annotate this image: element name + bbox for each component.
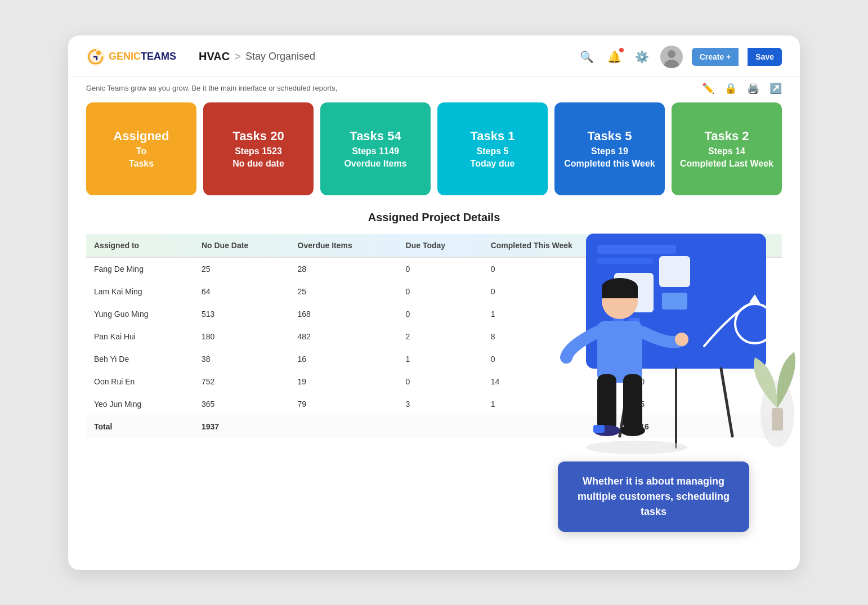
cell-total-due-today <box>398 415 483 438</box>
cell-name: Fang De Ming <box>86 258 194 280</box>
cell-comp-last: 0 <box>632 258 782 280</box>
cell-comp-last: 0 <box>632 370 782 393</box>
card-line3: Completed Last Week <box>680 159 773 169</box>
cell-comp-week: 0 <box>483 258 633 280</box>
card-this-week[interactable]: Tasks 5 Steps 19 Completed this Week <box>554 102 665 195</box>
cell-no-due: 25 <box>194 258 290 280</box>
tooltip-text: Whether it is about managing multiple cu… <box>578 476 730 517</box>
breadcrumb-sub: Stay Organised <box>245 51 315 62</box>
card-line2: Steps 1149 <box>352 146 399 156</box>
table-row: Beh Yi De 38 16 1 0 8 <box>86 348 782 370</box>
cell-overdue: 168 <box>290 303 398 325</box>
notification-badge <box>619 48 624 52</box>
cell-overdue: 28 <box>290 258 398 280</box>
breadcrumb-separator: > <box>234 50 241 63</box>
cell-name: Yung Guo Ming <box>86 303 194 325</box>
card-line1: Tasks 54 <box>350 128 401 145</box>
pencil-icon[interactable]: ✏️ <box>702 82 714 95</box>
svg-point-29 <box>586 441 687 454</box>
cell-comp-last: 2 <box>632 280 782 303</box>
breadcrumb: HVAC > Stay Organised <box>199 50 315 63</box>
card-line1: Tasks 2 <box>704 128 749 145</box>
cell-comp-week: 1 <box>483 393 633 415</box>
save-button[interactable]: Save <box>748 48 782 66</box>
card-line3: Completed this Week <box>564 159 655 169</box>
cell-overdue: 19 <box>290 370 398 393</box>
table-row: Yeo Jun Ming 365 79 3 1 5 <box>86 393 782 415</box>
card-today[interactable]: Tasks 1 Steps 5 Today due <box>437 102 548 195</box>
cell-name: Oon Rui En <box>86 370 194 393</box>
cell-overdue: 482 <box>290 325 398 348</box>
table-row: Fang De Ming 25 28 0 0 0 <box>86 258 782 280</box>
cell-due-today: 2 <box>398 325 483 348</box>
table-section: Assigned Project Details Assigned toNo D… <box>68 211 800 449</box>
cell-due-today: 0 <box>398 258 483 280</box>
card-line3: Overdue Items <box>344 159 406 169</box>
table-title: Assigned Project Details <box>86 211 782 224</box>
cell-name: Yeo Jun Ming <box>86 393 194 415</box>
table-body: Fang De Ming 25 28 0 0 0 Lam Kai Ming 64… <box>86 258 782 438</box>
notification-area: 🔔 <box>605 48 624 66</box>
card-overdue[interactable]: Tasks 54 Steps 1149 Overdue Items <box>320 102 431 195</box>
lock-icon[interactable]: 🔒 <box>724 82 737 95</box>
cell-comp-week: 0 <box>483 348 633 370</box>
table-total-row: Total 1937 16 <box>86 415 782 438</box>
card-last-week[interactable]: Tasks 2 Steps 14 Completed Last Week <box>672 102 782 195</box>
table-col-header: Overdue Items <box>290 234 398 258</box>
avatar-image <box>660 46 683 68</box>
card-line1: Tasks 20 <box>232 128 284 145</box>
share-icon[interactable]: ↗️ <box>769 82 782 95</box>
cell-due-today: 0 <box>398 280 483 303</box>
card-line1: Tasks 1 <box>470 128 514 145</box>
cell-no-due: 38 <box>194 348 290 370</box>
cell-comp-last: 1 <box>632 303 782 325</box>
cell-name: Pan Kai Hui <box>86 325 194 348</box>
search-button[interactable]: 🔍 <box>578 48 596 66</box>
header-actions: 🔍 🔔 ⚙️ Create +Save <box>578 46 782 68</box>
table-col-header: Completed Last Week <box>632 234 782 258</box>
card-line2: Steps 1523 <box>235 146 282 156</box>
table-row: Pan Kai Hui 180 482 2 8 0 <box>86 325 782 348</box>
table-col-header: Completed This Week <box>483 234 633 258</box>
logo-teams: TEAMS <box>141 51 176 62</box>
data-table: Assigned toNo Due DateOverdue ItemsDue T… <box>86 234 782 438</box>
cell-name: Beh Yi De <box>86 348 194 370</box>
svg-point-1 <box>96 51 101 55</box>
cell-no-due: 180 <box>194 325 290 348</box>
cell-comp-last: 0 <box>632 325 782 348</box>
action-icons: ✏️ 🔒 🖨️ ↗️ <box>702 82 782 95</box>
card-no-due[interactable]: Tasks 20 Steps 1523 No due date <box>203 102 314 195</box>
table-col-header: Due Today <box>398 234 483 258</box>
card-assigned[interactable]: Assigned To Tasks <box>86 102 196 195</box>
create-button[interactable]: Create + <box>692 48 739 66</box>
table-row: Yung Guo Ming 513 168 0 1 1 <box>86 303 782 325</box>
print-icon[interactable]: 🖨️ <box>747 82 759 95</box>
cell-due-today: 1 <box>398 348 483 370</box>
subtitle-text: Genic Teams grow as you grow. Be it the … <box>86 84 337 92</box>
cell-total-no-due: 1937 <box>194 415 290 438</box>
subtitle-row: Genic Teams grow as you grow. Be it the … <box>68 77 800 102</box>
logo: GENICTEAMS <box>86 47 176 66</box>
avatar[interactable] <box>660 46 683 68</box>
summary-cards: Assigned To Tasks Tasks 20 Steps 1523 No… <box>68 102 800 211</box>
cell-overdue: 16 <box>290 348 398 370</box>
table-col-header: No Due Date <box>194 234 290 258</box>
breadcrumb-main: HVAC <box>199 50 230 63</box>
card-line3: Today due <box>471 159 515 169</box>
cell-total-comp-last: 16 <box>632 415 782 438</box>
cell-total-label: Total <box>86 415 194 438</box>
cell-total-overdue <box>290 415 398 438</box>
cell-no-due: 64 <box>194 280 290 303</box>
cell-comp-week: 0 <box>483 280 633 303</box>
cell-no-due: 365 <box>194 393 290 415</box>
settings-button[interactable]: ⚙️ <box>633 48 651 66</box>
card-line2: To <box>136 146 146 156</box>
card-line1: Tasks 5 <box>587 128 632 145</box>
logo-icon <box>86 47 105 66</box>
cell-total-comp-week <box>483 415 633 438</box>
card-line2: Steps 19 <box>591 146 628 156</box>
cell-due-today: 3 <box>398 393 483 415</box>
table-row: Oon Rui En 752 19 0 14 0 <box>86 370 782 393</box>
cell-overdue: 79 <box>290 393 398 415</box>
card-line3: No due date <box>232 159 284 169</box>
